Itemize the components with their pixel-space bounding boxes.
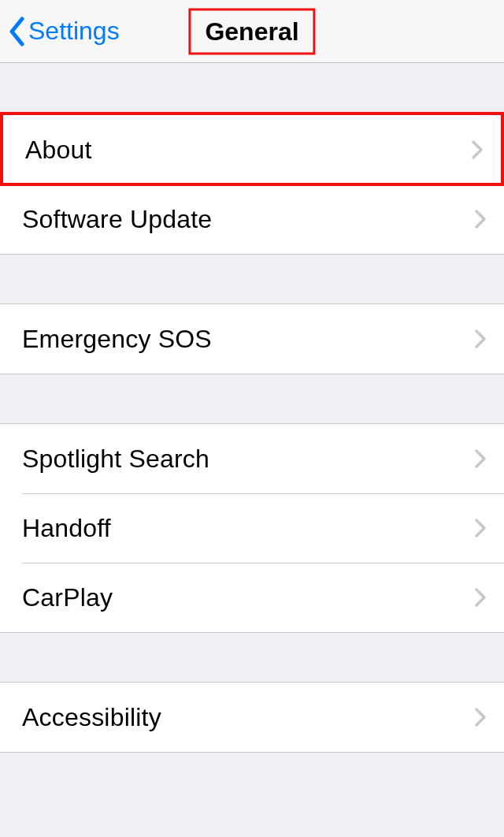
row-label: Software Update	[22, 205, 212, 234]
navbar: Settings General	[0, 0, 504, 63]
chevron-right-icon	[474, 587, 487, 608]
title-highlight-box: General	[188, 8, 315, 54]
settings-group: About	[0, 112, 504, 184]
chevron-right-icon	[474, 209, 487, 229]
chevron-right-icon	[474, 707, 487, 727]
row-spotlight-search[interactable]: Spotlight Search	[0, 424, 504, 493]
row-software-update[interactable]: Software Update	[0, 184, 504, 254]
row-accessibility[interactable]: Accessibility	[0, 683, 504, 752]
settings-group: Emergency SOS	[0, 303, 504, 374]
row-label: CarPlay	[22, 583, 113, 612]
back-button[interactable]: Settings	[0, 17, 120, 46]
page-title-wrap: General	[188, 8, 315, 54]
row-about[interactable]: About	[3, 115, 501, 184]
page-title: General	[205, 17, 298, 46]
chevron-right-icon	[474, 448, 487, 469]
row-handoff[interactable]: Handoff	[0, 493, 504, 563]
row-label: About	[25, 136, 92, 165]
settings-group: Spotlight Search Handoff CarPlay	[0, 423, 504, 633]
chevron-right-icon	[474, 329, 487, 349]
row-emergency-sos[interactable]: Emergency SOS	[0, 304, 504, 374]
chevron-right-icon	[474, 518, 487, 538]
row-label: Handoff	[22, 514, 111, 543]
row-label: Emergency SOS	[22, 325, 212, 354]
chevron-right-icon	[471, 140, 484, 160]
settings-group: Accessibility	[0, 682, 504, 753]
back-label: Settings	[28, 17, 120, 46]
settings-group: Software Update	[0, 184, 504, 255]
chevron-left-icon	[8, 17, 25, 46]
row-carplay[interactable]: CarPlay	[0, 563, 504, 632]
row-label: Accessibility	[22, 703, 161, 732]
row-label: Spotlight Search	[22, 445, 209, 474]
